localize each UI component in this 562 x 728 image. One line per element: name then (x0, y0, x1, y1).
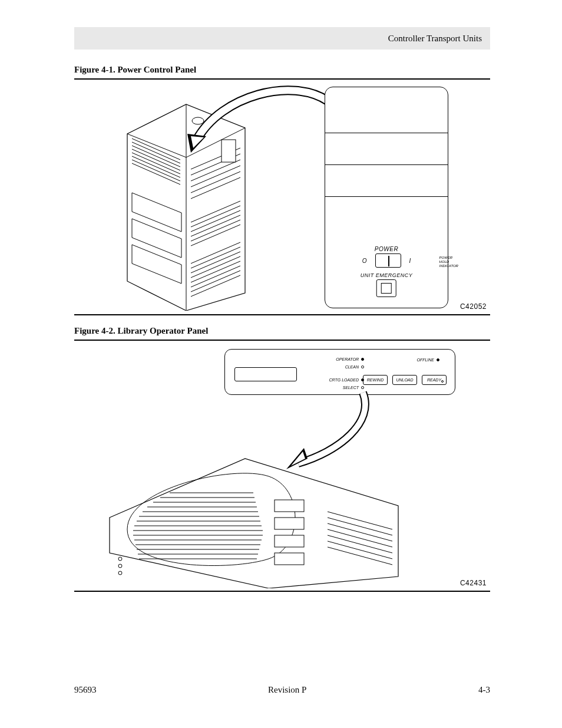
power-switch-group: POWER O POWER HOLD INDICATOR I (351, 246, 422, 268)
svg-point-69 (118, 564, 122, 568)
library-illustration (92, 435, 410, 588)
svg-rect-57 (275, 500, 304, 512)
section-title: Controller Transport Units (388, 34, 482, 44)
offline-indicator: OFFLINE (416, 358, 439, 362)
panel-button-row: REWIND UNLOAD READY (363, 375, 447, 385)
power-on-label: I (409, 258, 411, 264)
operator-led-label: OPERATOR (336, 357, 359, 361)
svg-point-68 (118, 557, 122, 561)
figure2-area: OPERATOR CLEAN CRTG LOADED SELECT OFFLIN… (74, 341, 490, 591)
svg-marker-41 (110, 459, 398, 588)
unit-emergency-group: UNIT EMERGENCY (361, 272, 413, 297)
page-footer: 95693 Revision P 4-3 (74, 685, 490, 695)
page-header: Controller Transport Units (74, 27, 490, 50)
lcd-display (234, 367, 297, 381)
doc-number: 95693 (74, 685, 97, 695)
svg-point-70 (118, 571, 122, 575)
rewind-button[interactable]: REWIND (363, 375, 388, 385)
unload-button[interactable]: UNLOAD (392, 375, 417, 385)
figure2-caption: Figure 4-2. Library Operator Panel (74, 326, 490, 336)
ready-button[interactable]: READY (422, 375, 447, 385)
power-panel-detail: POWER O POWER HOLD INDICATOR I UNIT EMER… (325, 87, 448, 308)
callout-arrow-icon (186, 83, 339, 160)
figure1-area: POWER O POWER HOLD INDICATOR I UNIT EMER… (74, 80, 490, 314)
crtg-loaded-led-label: CRTG LOADED (329, 378, 359, 382)
revision-label: Revision P (268, 685, 306, 695)
unit-emergency-label: UNIT EMERGENCY (361, 272, 413, 278)
svg-rect-58 (275, 518, 304, 529)
figure1-ref: C42052 (460, 302, 487, 311)
power-hold-indicator-label: POWER HOLD INDICATOR (439, 256, 463, 268)
offline-label: OFFLINE (416, 358, 434, 362)
svg-rect-59 (275, 535, 304, 547)
rule (74, 591, 490, 592)
power-label: POWER (351, 246, 422, 252)
power-switch[interactable]: POWER HOLD INDICATOR (375, 253, 401, 268)
svg-rect-60 (275, 553, 304, 565)
page-number: 4-3 (478, 685, 490, 695)
indicator-column: OPERATOR CLEAN CRTG LOADED SELECT (310, 355, 364, 391)
page-content: Figure 4-1. Power Control Panel (74, 65, 490, 592)
power-off-label: O (362, 258, 367, 264)
figure2-ref: C42431 (460, 579, 487, 587)
clean-led-label: CLEAN (345, 365, 359, 369)
figure1-caption: Figure 4-1. Power Control Panel (74, 65, 490, 75)
unit-emergency-button[interactable] (376, 279, 396, 297)
